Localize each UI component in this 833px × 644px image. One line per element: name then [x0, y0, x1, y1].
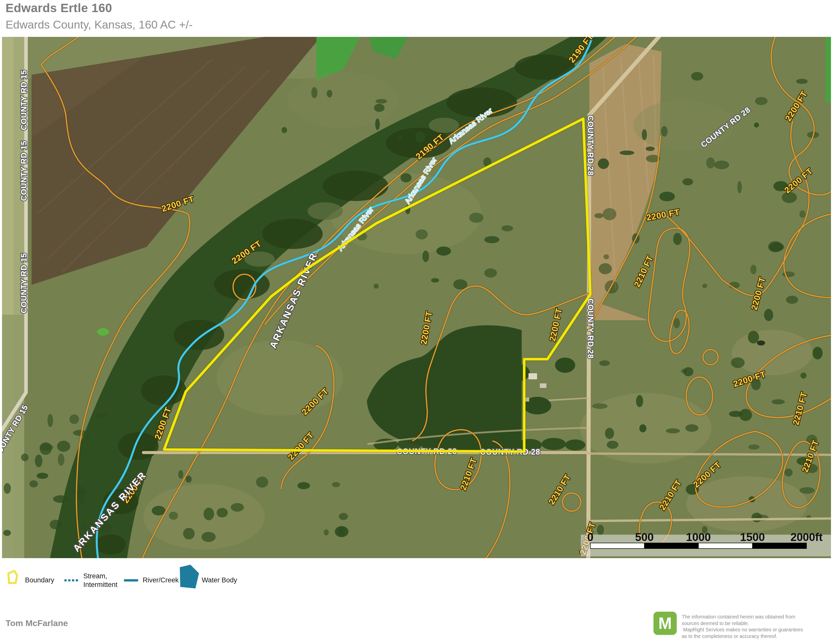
mapright-logo-letter: M	[658, 615, 672, 631]
scale-tick-label: 1000	[686, 531, 711, 543]
scale-tick-label: 1500	[740, 531, 765, 543]
scale-tick-label: 2000ft	[790, 531, 823, 543]
legend-label-stream-1: Stream,	[83, 572, 107, 580]
disclaimer-line: MapRight Services makes no warranties or…	[682, 626, 833, 633]
page-title: Edwards Ertle 160	[6, 1, 112, 15]
road-name-label: COUNTY RD 15	[19, 253, 28, 313]
legend-label-water-body: Water Body	[202, 576, 237, 584]
map-legend: Boundary Stream, Intermittent River/Cree…	[0, 558, 833, 596]
scale-tick-label: 0	[587, 531, 593, 543]
stock-pond	[757, 340, 765, 346]
water-body-legend-icon	[179, 564, 199, 589]
scale-bar: 0500100015002000ft	[581, 531, 831, 556]
legend-label-boundary: Boundary	[25, 576, 54, 584]
road-name-label: COUNTY RD 28	[586, 116, 595, 176]
legend-label-stream-2: Intermittent	[83, 581, 117, 589]
disclaimer-line: The information contained herein was obt…	[682, 614, 833, 620]
mapright-logo: M	[653, 612, 677, 635]
road-name-label: COUNTY RD 15	[19, 141, 28, 201]
road-name-label: COUNTY RD 28	[586, 298, 595, 359]
pond	[97, 328, 109, 336]
river-creek-legend-icon	[124, 579, 138, 582]
scale-tick-label: 500	[635, 531, 653, 543]
satellite-map: 2190 FT2190 FT2200 FT2200 FT2200 FT2200 …	[2, 37, 831, 558]
page-subtitle: Edwards County, Kansas, 160 AC +/-	[6, 18, 193, 31]
boundary-legend-icon	[6, 570, 19, 584]
legend-label-river-creek: River/Creek	[143, 576, 179, 584]
maparight-property-map-page: { "header": { "title": "Edwards Ertle 16…	[0, 0, 833, 644]
map-canvas: 2190 FT2190 FT2200 FT2200 FT2200 FT2200 …	[2, 37, 831, 558]
disclaimer-line: as to the completeness or accuracy there…	[682, 633, 833, 640]
map-author: Tom McFarlane	[6, 618, 68, 628]
disclaimer-text: The information contained herein was obt…	[682, 614, 833, 639]
stream-intermittent-legend-icon	[64, 579, 80, 582]
disclaimer-line: sources deemed to be reliable.	[682, 620, 833, 627]
road-name-label: COUNTY RD 15	[19, 70, 28, 130]
